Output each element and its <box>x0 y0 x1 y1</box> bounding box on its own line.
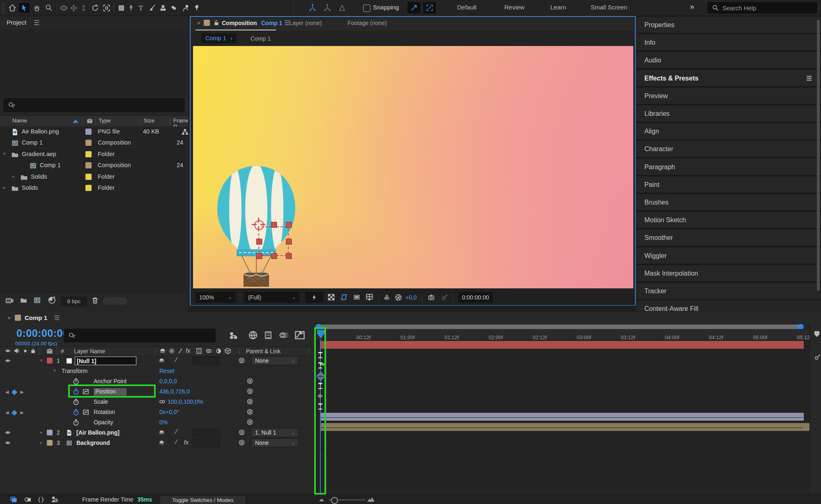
property-label[interactable]: Anchor Point <box>94 378 126 384</box>
eye-icon[interactable] <box>4 348 11 354</box>
label-color-swatch[interactable] <box>85 174 92 180</box>
mask-visibility-icon[interactable] <box>340 293 348 301</box>
workspace-overflow-button[interactable]: » <box>690 2 694 11</box>
parent-link-dropdown[interactable]: None⌄ <box>251 438 299 447</box>
orbit-camera-tool-icon[interactable] <box>58 3 69 13</box>
property-label[interactable]: Opacity <box>94 419 113 426</box>
project-row[interactable]: ▸SolidsFolder <box>0 172 188 183</box>
selection-tool-icon[interactable] <box>19 3 30 13</box>
channel-rgb-icon[interactable] <box>383 294 391 301</box>
panel-tab-content-aware-fill[interactable]: Content-Aware Fill <box>636 301 821 311</box>
timeline-row-layer-1[interactable]: ▾1[Null 1]∕None⌄ <box>0 356 311 366</box>
column-size[interactable]: Size <box>144 117 154 124</box>
panel-menu-icon[interactable]: ☰ <box>807 75 812 82</box>
project-row[interactable]: Comp 1Composition24 <box>0 138 188 149</box>
project-item-name[interactable]: Gradient.aep <box>22 151 56 157</box>
new-composition-icon[interactable] <box>33 296 41 304</box>
frame-blending-icon[interactable] <box>264 330 273 340</box>
expand-layer-switches-icon[interactable] <box>9 496 18 503</box>
layer-name-edit-box[interactable]: [Null 1] <box>75 357 136 365</box>
label-color-swatch[interactable] <box>85 185 92 191</box>
project-panel-title[interactable]: Project <box>7 19 26 26</box>
expand-chevron-icon[interactable]: ▸ <box>12 174 15 179</box>
fx-column-icon[interactable]: fx <box>186 348 190 354</box>
quality-toggle-icon[interactable]: ∕ <box>176 356 177 364</box>
eye-icon[interactable] <box>4 358 11 364</box>
layer-color-swatch[interactable] <box>47 440 53 446</box>
property-graph-icon[interactable] <box>82 409 90 416</box>
panel-tab-motion-sketch[interactable]: Motion Sketch <box>636 212 821 229</box>
draft-3d-icon[interactable] <box>248 330 258 340</box>
property-pick-whip-icon[interactable] <box>246 388 253 395</box>
camera-quality-icon[interactable] <box>813 354 821 361</box>
expand-in-out-icon[interactable]: {} <box>37 496 45 503</box>
project-search-input[interactable] <box>3 98 185 112</box>
selection-handle[interactable] <box>271 222 277 228</box>
panel-tab-properties[interactable]: Properties <box>636 17 821 34</box>
breadcrumb-current[interactable]: Comp 1 <box>205 35 226 41</box>
property-pick-whip-icon[interactable] <box>246 419 253 426</box>
render-time-pane-icon[interactable] <box>50 496 59 503</box>
layer-duration-bar[interactable] <box>320 341 804 349</box>
project-row[interactable]: Comp 1Composition24 <box>0 160 188 171</box>
selection-handle[interactable] <box>256 239 262 244</box>
magnification-dropdown[interactable]: 100%⌄ <box>195 292 236 303</box>
next-keyframe-icon[interactable]: ▶ <box>20 410 23 415</box>
column-layer-name[interactable]: Layer Name <box>74 348 105 354</box>
expand-chevron-icon[interactable]: ▸ <box>3 185 6 190</box>
panel-tab-libraries[interactable]: Libraries <box>636 106 821 122</box>
solo-icon[interactable] <box>23 349 28 353</box>
add-keyframe-icon[interactable] <box>11 410 17 415</box>
show-snapshot-icon[interactable] <box>440 294 448 301</box>
layer-duration-bar[interactable] <box>320 413 804 421</box>
clone-stamp-tool-icon[interactable] <box>158 3 168 13</box>
timeline-row-scale[interactable]: Scale100,0,100,0% <box>0 397 311 407</box>
project-item-name[interactable]: Solids <box>22 184 38 191</box>
expand-chevron-icon[interactable]: ▾ <box>3 151 6 156</box>
pan-camera-tool-icon[interactable] <box>68 3 79 13</box>
snap-along-edges-icon[interactable] <box>407 2 421 14</box>
unlock-icon[interactable] <box>214 19 219 26</box>
zoom-out-mountain-icon[interactable] <box>319 498 324 502</box>
viewer-timecode[interactable]: 0:00:00:00 <box>458 292 493 303</box>
label-color-swatch[interactable] <box>85 151 92 157</box>
frame-blend-column-icon[interactable] <box>195 348 202 354</box>
label-color-swatch[interactable] <box>85 140 92 146</box>
toggle-switches-modes-button[interactable]: Toggle Switches / Modes <box>160 495 246 504</box>
hand-tool-icon[interactable] <box>31 3 42 13</box>
panel-tab-align[interactable]: Align <box>636 123 821 140</box>
timeline-search-input[interactable] <box>64 329 216 343</box>
timeline-row-layer-2[interactable]: ▸2[Air Ballon.png]∕1. Null 1⌄ <box>0 428 311 438</box>
fast-previews-icon[interactable] <box>305 292 323 303</box>
pen-tool-icon[interactable] <box>126 3 136 13</box>
switch-cells[interactable] <box>192 439 220 447</box>
resolution-dropdown[interactable]: (Full)⌄ <box>244 292 299 303</box>
layer-color-swatch[interactable] <box>47 430 53 435</box>
snapshot-icon[interactable] <box>427 294 435 301</box>
project-bit-depth-button[interactable]: 8 bpc <box>61 297 87 306</box>
layer-duration-bar[interactable] <box>320 423 810 431</box>
expand-chevron-icon[interactable]: ▸ <box>40 430 43 435</box>
timeline-zoom-slider-knob[interactable] <box>331 497 338 504</box>
footage-tab[interactable]: Footage (none) <box>347 20 387 26</box>
layer-color-swatch[interactable] <box>47 358 53 364</box>
panel-tab-mask-interpolation[interactable]: Mask Interpolation <box>636 265 821 282</box>
graph-editor-icon[interactable] <box>294 330 306 341</box>
comp-marker-bin-icon[interactable] <box>813 330 821 338</box>
timeline-close-tab-icon[interactable]: × <box>7 315 11 321</box>
keyframe-navigator[interactable]: ◀▶ <box>5 410 24 415</box>
help-search-input[interactable]: Search Help <box>707 2 817 14</box>
view-axis-mode-icon[interactable] <box>337 3 347 13</box>
panel-tab-brushes[interactable]: Brushes <box>636 194 821 211</box>
eraser-tool-icon[interactable] <box>168 3 179 13</box>
previous-keyframe-icon[interactable]: ◀ <box>5 410 9 415</box>
project-row[interactable]: ▸SolidsFolder <box>0 183 188 194</box>
project-item-name[interactable]: Comp 1 <box>22 139 43 146</box>
parent-pick-whip-icon[interactable] <box>238 429 245 436</box>
audio-icon[interactable] <box>14 348 20 354</box>
brush-tool-icon[interactable] <box>147 3 158 13</box>
camera-tool-icon[interactable] <box>101 3 112 13</box>
stopwatch-icon[interactable] <box>72 408 80 416</box>
timeline-row-opacity[interactable]: Opacity0% <box>0 417 311 428</box>
zoom-tool-icon[interactable] <box>44 3 54 13</box>
